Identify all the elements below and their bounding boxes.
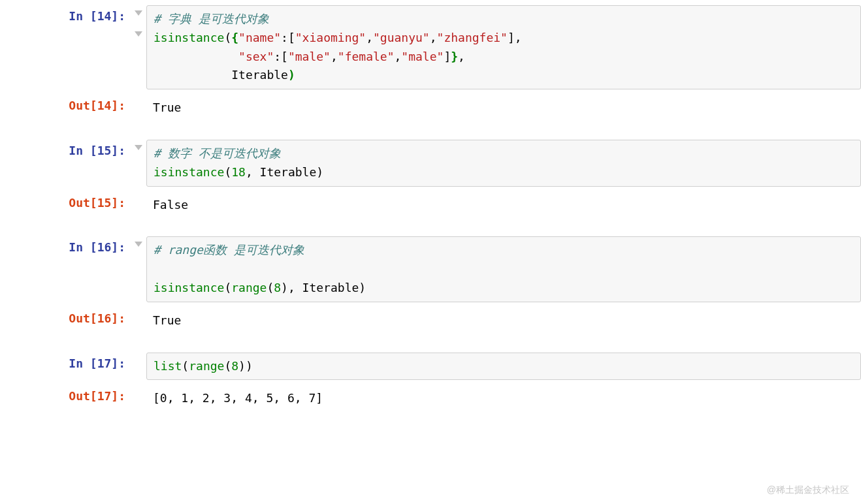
chevron-down-icon[interactable]: [135, 145, 142, 150]
cell-input-15: In [15]: # 数字 不是可迭代对象 isinstance(18, Ite…: [0, 140, 861, 187]
code-editor-17[interactable]: list(range(8)): [146, 353, 861, 381]
output-text-14: True: [131, 95, 861, 121]
prompt-in-15: In [15]:: [0, 140, 131, 187]
output-text-17: [0, 1, 2, 3, 4, 5, 6, 7]: [131, 385, 861, 412]
prompt-in-17: In [17]:: [0, 353, 131, 381]
prompt-out-17: Out[17]:: [0, 385, 131, 412]
code-editor-14[interactable]: # 字典 是可迭代对象 isinstance({"name":["xiaomin…: [146, 5, 861, 89]
cell-input-16: In [16]: # range函数 是可迭代对象 isinstance(ran…: [0, 236, 861, 302]
collapse-col-16: [131, 236, 146, 302]
input-area-17: list(range(8)): [131, 353, 861, 381]
cell-output-17: Out[17]: [0, 1, 2, 3, 4, 5, 6, 7]: [0, 385, 861, 412]
collapse-col-17: [131, 353, 146, 381]
chevron-down-icon[interactable]: [135, 242, 142, 247]
chevron-down-icon[interactable]: [135, 10, 142, 16]
input-area-14: # 字典 是可迭代对象 isinstance({"name":["xiaomin…: [131, 5, 861, 89]
output-text-15: False: [131, 192, 861, 219]
code-editor-16[interactable]: # range函数 是可迭代对象 isinstance(range(8), It…: [146, 236, 861, 302]
prompt-out-15: Out[15]:: [0, 192, 131, 219]
collapse-col-15: [131, 140, 146, 187]
cell-output-14: Out[14]: True: [0, 95, 861, 121]
chevron-down-icon[interactable]: [135, 31, 142, 37]
cell-output-16: Out[16]: True: [0, 307, 861, 334]
cell-input-17: In [17]: list(range(8)): [0, 353, 861, 381]
output-text-16: True: [131, 307, 861, 334]
input-area-15: # 数字 不是可迭代对象 isinstance(18, Iterable): [131, 140, 861, 187]
cell-output-15: Out[15]: False: [0, 192, 861, 219]
cell-input-14: In [14]: # 字典 是可迭代对象 isinstance({"name":…: [0, 5, 861, 89]
prompt-out-14: Out[14]:: [0, 95, 131, 121]
input-area-16: # range函数 是可迭代对象 isinstance(range(8), It…: [131, 236, 861, 302]
prompt-in-16: In [16]:: [0, 236, 131, 302]
collapse-col-14: [131, 5, 146, 89]
prompt-out-16: Out[16]:: [0, 307, 131, 334]
prompt-in-14: In [14]:: [0, 5, 131, 89]
code-editor-15[interactable]: # 数字 不是可迭代对象 isinstance(18, Iterable): [146, 140, 861, 187]
